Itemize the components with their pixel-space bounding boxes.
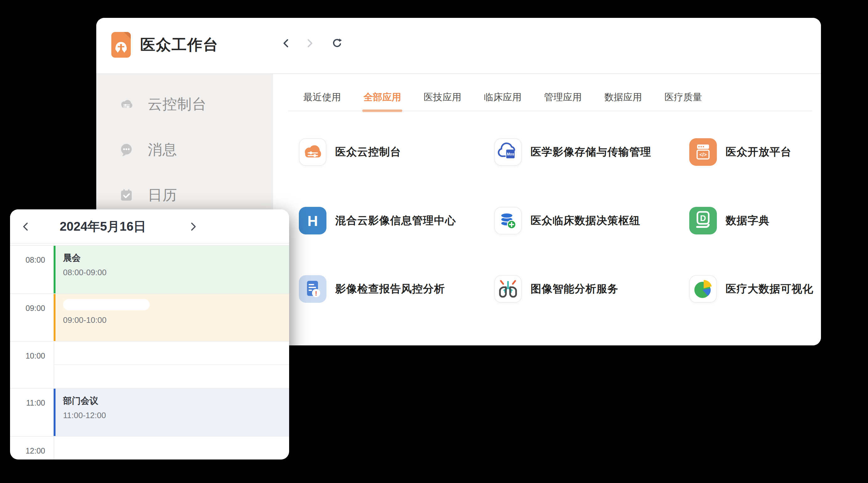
time-label: 10:00 — [10, 351, 45, 360]
back-arrow-icon — [281, 38, 292, 49]
app-open-platform[interactable]: </> 医众开放平台 — [689, 138, 792, 166]
calendar-event-department-meeting[interactable]: 部门会议 11:00-12:00 — [54, 389, 289, 436]
back-button[interactable] — [281, 38, 292, 49]
svg-text:!: ! — [315, 290, 317, 297]
app-cloud-console[interactable]: 医众云控制台 — [299, 138, 401, 166]
calendar-next-button[interactable] — [188, 221, 198, 232]
app-report-risk-analysis[interactable]: ! 影像检查报告风控分析 — [299, 275, 445, 303]
sidebar-item-label: 消息 — [148, 140, 177, 160]
tab-recent[interactable]: 最近使用 — [303, 91, 341, 104]
pie-chart-icon — [689, 275, 717, 303]
app-label: 混合云影像信息管理中心 — [335, 214, 456, 228]
calendar-event-morning-meeting[interactable]: 晨会 08:00-09:00 — [54, 246, 289, 293]
calendar-header: 2024年5月16日 — [10, 210, 289, 244]
forward-button[interactable] — [304, 38, 315, 49]
chevron-left-icon — [21, 221, 31, 232]
tab-management-apps[interactable]: 管理应用 — [544, 91, 582, 104]
refresh-icon — [332, 38, 343, 49]
content-area: 最近使用 全部应用 医技应用 临床应用 管理应用 数据应用 医疗质量 — [273, 74, 821, 345]
window-header: 医众工作台 — [96, 18, 821, 74]
tab-data-apps[interactable]: 数据应用 — [604, 91, 642, 104]
app-image-storage-transfer[interactable]: Mos 医学影像存储与传输管理 — [494, 138, 651, 166]
forward-arrow-icon — [304, 38, 315, 49]
app-title: 医众工作台 — [140, 36, 219, 54]
app-clinical-data-hub[interactable]: 医众临床数据决策枢纽 — [494, 207, 640, 234]
refresh-button[interactable] — [332, 38, 343, 49]
app-label: 数据字典 — [725, 214, 770, 228]
svg-text:H: H — [307, 213, 318, 229]
code-window-icon: </> — [689, 138, 717, 166]
tab-all-apps[interactable]: 全部应用 — [364, 91, 401, 104]
report-alert-icon: ! — [299, 275, 327, 303]
hour-line — [10, 436, 289, 437]
dictionary-book-icon: D — [689, 207, 717, 234]
app-label: 图像智能分析服务 — [531, 282, 618, 296]
calendar-date-title: 2024年5月16日 — [40, 210, 165, 244]
app-label: 医众开放平台 — [725, 145, 792, 159]
calendar-prev-button[interactable] — [21, 221, 31, 232]
app-bigdata-visualization[interactable]: 医疗大数据可视化 — [689, 275, 813, 303]
hour-line — [10, 341, 289, 342]
lungs-icon — [494, 275, 522, 303]
time-label: 11:00 — [10, 398, 45, 408]
letter-h-icon: H — [299, 207, 327, 234]
event-title: 部门会议 — [63, 395, 289, 407]
app-logo-icon — [111, 32, 131, 58]
event-title: 晨会 — [63, 252, 289, 264]
app-label: 影像检查报告风控分析 — [335, 282, 445, 296]
app-data-dictionary[interactable]: D 数据字典 — [689, 207, 770, 234]
time-label: 09:00 — [10, 304, 45, 313]
event-time: 11:00-12:00 — [63, 411, 289, 420]
tab-quality[interactable]: 医疗质量 — [664, 91, 702, 104]
cloud-sliders-icon — [299, 138, 327, 166]
sidebar-item-messages[interactable]: 消息 — [118, 140, 177, 160]
half-hour-line — [54, 364, 289, 365]
svg-text:</>: </> — [699, 152, 707, 157]
event-time: 08:00-09:00 — [63, 268, 289, 278]
calendar-event-redacted[interactable]: 09:00-10:00 — [54, 294, 289, 341]
sidebar-item-cloud-console[interactable]: 云控制台 — [118, 94, 207, 115]
time-label: 12:00 — [10, 446, 45, 455]
database-plus-icon — [494, 207, 522, 234]
message-bubble-icon — [118, 142, 134, 158]
tab-medtech-apps[interactable]: 医技应用 — [424, 91, 461, 104]
calendar-day-view: 08:00 09:00 10:00 11:00 12:00 晨会 08:00-0… — [10, 244, 289, 459]
time-label: 08:00 — [10, 255, 45, 264]
sidebar-item-label: 云控制台 — [148, 95, 207, 114]
svg-text:D: D — [700, 214, 706, 223]
sidebar-item-calendar[interactable]: 日历 — [118, 185, 177, 205]
app-grid: 医众云控制台 Mos 医学影像存储与传输管理 — [273, 111, 821, 345]
redacted-event-title — [63, 299, 150, 310]
app-label: 医疗大数据可视化 — [725, 282, 813, 296]
sidebar-item-label: 日历 — [148, 186, 177, 205]
mos-cloud-icon: Mos — [494, 138, 522, 166]
app-image-ai-analysis[interactable]: 图像智能分析服务 — [494, 275, 618, 303]
svg-text:Mos: Mos — [507, 152, 514, 156]
calendar-check-icon — [118, 187, 134, 203]
desktop-background: 医众工作台 — [0, 0, 868, 483]
app-label: 医众云控制台 — [335, 145, 401, 159]
calendar-panel: 2024年5月16日 08:00 09:00 10:00 11:00 12:00… — [10, 210, 289, 459]
app-label: 医众临床数据决策枢纽 — [531, 214, 640, 228]
app-label: 医学影像存储与传输管理 — [531, 145, 651, 159]
app-hybrid-cloud-imaging[interactable]: H 混合云影像信息管理中心 — [299, 207, 456, 234]
tab-clinical-apps[interactable]: 临床应用 — [484, 91, 522, 104]
chevron-right-icon — [188, 221, 198, 232]
event-time: 09:00-10:00 — [63, 315, 289, 325]
cloud-sliders-icon — [118, 96, 134, 112]
